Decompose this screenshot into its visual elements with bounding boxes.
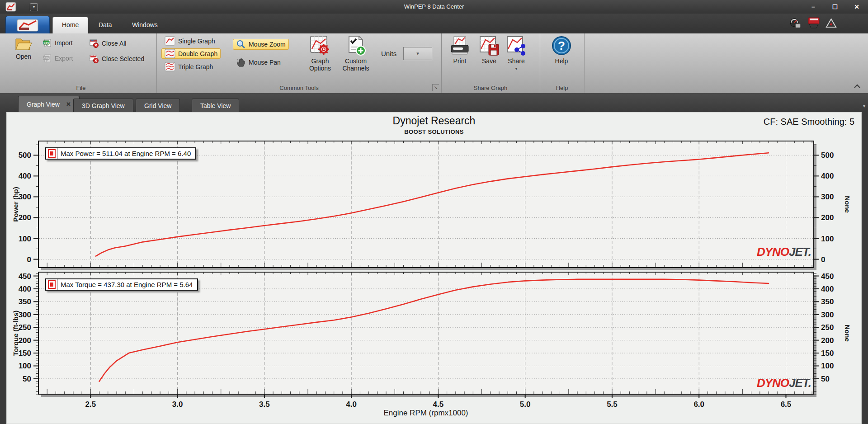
close-button[interactable]: ✕ <box>849 0 864 14</box>
power-chart-plot: 00100100200200300300400400500500 <box>19 141 834 270</box>
triangle-icon[interactable] <box>826 18 837 31</box>
mouse-zoom-button[interactable]: Mouse Zoom <box>233 39 289 50</box>
svg-text:?: ? <box>558 39 565 52</box>
torque-legend-text: Max Torque = 437.30 at Engine RPM = 5.64 <box>57 279 197 290</box>
svg-text:100: 100 <box>19 235 31 243</box>
svg-text:0: 0 <box>27 255 31 264</box>
tab-table-view[interactable]: Table View <box>192 99 239 112</box>
svg-text:100: 100 <box>821 362 834 370</box>
folder-open-icon <box>14 36 33 52</box>
graph-options-icon <box>310 35 330 56</box>
ribbon-tab-windows[interactable]: Windows <box>123 17 167 33</box>
units-dropdown[interactable]: ▾ <box>403 47 432 60</box>
collapse-ribbon-button[interactable] <box>853 83 862 90</box>
ribbon-group-help: ? Help Help <box>540 33 585 93</box>
print-button[interactable]: Print <box>447 35 473 65</box>
close-all-button[interactable]: Close All <box>86 38 129 49</box>
x-axis-title: Engine RPM (rpmx1000) <box>383 409 468 418</box>
tab-3d-graph-view[interactable]: 3D Graph View <box>73 99 133 112</box>
winpep-window: { "window": { "title": "WinPEP 8 Data Ce… <box>0 0 868 424</box>
help-button[interactable]: ? Help <box>548 35 575 65</box>
close-selected-button[interactable]: Close Selected <box>86 53 147 64</box>
custom-channels-button[interactable]: Custom Channels <box>339 35 373 72</box>
view-tab-bar: Graph View ✕ 3D Graph View Grid View Tab… <box>0 93 868 112</box>
double-graph-button[interactable]: Double Graph <box>161 48 221 59</box>
share-dropdown-arrow-icon[interactable]: ▾ <box>515 65 518 72</box>
double-graph-icon <box>165 49 175 58</box>
application-button[interactable] <box>5 16 50 34</box>
torque-right-axis-title: None <box>844 325 851 342</box>
tab-close-icon[interactable]: ✕ <box>66 101 71 108</box>
triple-graph-button[interactable]: Triple Graph <box>161 61 216 72</box>
ribbon-tab-data[interactable]: Data <box>90 17 121 33</box>
svg-text:3.0: 3.0 <box>172 400 183 409</box>
printer-icon <box>449 35 470 56</box>
tab-list-dropdown-icon[interactable]: ▾ <box>863 104 865 108</box>
titlebar: ▾ WinPEP 8 Data Center – ☐ ✕ <box>0 0 868 14</box>
power-y-axis-title: Power (hp) <box>12 187 19 222</box>
dropdown-arrow-icon: ▾ <box>416 51 419 57</box>
close-selected-icon <box>89 54 99 64</box>
group-label-common-tools: Common Tools <box>157 85 441 91</box>
open-button[interactable]: Open <box>9 36 38 60</box>
group-label-file: File <box>5 85 156 91</box>
svg-text:5.5: 5.5 <box>607 400 618 409</box>
svg-text:450: 450 <box>821 272 834 281</box>
share-button[interactable]: Share ▾ <box>504 35 529 72</box>
save-icon <box>479 35 500 56</box>
svg-text:300: 300 <box>19 311 31 319</box>
single-graph-button[interactable]: Single Graph <box>161 36 218 46</box>
torque-chart-plot: 5050100100150150200200250250300300350350… <box>19 272 834 409</box>
group-label-share-graph: Share Graph <box>441 85 540 91</box>
dynojet-logo-2: DYNOJET. <box>757 376 811 390</box>
svg-text:250: 250 <box>19 323 31 332</box>
tab-graph-view[interactable]: Graph View ✕ <box>18 96 80 112</box>
triple-graph-icon <box>165 62 175 71</box>
svg-text:200: 200 <box>19 213 31 222</box>
svg-text:150: 150 <box>821 349 834 358</box>
minimize-button[interactable]: – <box>806 0 821 14</box>
svg-text:350: 350 <box>821 297 834 306</box>
svg-text:500: 500 <box>821 151 834 160</box>
save-button[interactable]: Save <box>476 35 502 65</box>
ribbon-tab-home[interactable]: Home <box>52 17 88 34</box>
torque-legend[interactable]: Max Torque = 437.30 at Engine RPM = 5.64 <box>45 278 198 291</box>
svg-text:6.0: 6.0 <box>693 400 704 409</box>
maximize-button[interactable]: ☐ <box>827 0 843 14</box>
ribbon: Open CSV Import CSV Export Close All Clo… <box>0 33 868 94</box>
device-icon[interactable] <box>807 17 820 31</box>
power-legend-text: Max Power = 511.04 at Engine RPM = 6.40 <box>57 148 195 159</box>
svg-text:350: 350 <box>19 297 31 306</box>
graph-options-button[interactable]: Graph Options <box>305 35 335 72</box>
svg-text:400: 400 <box>19 285 31 293</box>
power-right-axis-title: None <box>844 196 851 213</box>
svg-text:200: 200 <box>821 336 834 345</box>
svg-text:CSV: CSV <box>43 57 49 60</box>
svg-text:2.5: 2.5 <box>85 400 96 409</box>
svg-text:4.5: 4.5 <box>433 400 444 409</box>
svg-text:5.0: 5.0 <box>520 400 531 409</box>
graph-view-panel: Dynojet Research BOOST SOLUTIONS CF: SAE… <box>6 112 862 424</box>
torque-series-swatch-icon <box>46 279 57 290</box>
power-legend[interactable]: Max Power = 511.04 at Engine RPM = 6.40 <box>45 147 196 160</box>
ribbon-group-file: Open CSV Import CSV Export Close All Clo… <box>5 33 157 93</box>
svg-text:300: 300 <box>821 193 834 201</box>
svg-text:4.0: 4.0 <box>346 400 357 409</box>
svg-text:200: 200 <box>19 336 31 345</box>
svg-text:450: 450 <box>19 272 31 281</box>
ribbon-group-common-tools: Single Graph Double Graph Triple Graph M… <box>157 33 442 93</box>
svg-text:250: 250 <box>821 323 834 332</box>
svg-text:500: 500 <box>19 151 31 160</box>
svg-text:150: 150 <box>19 349 31 358</box>
ribbon-tab-row: Home Data Windows <box>0 14 868 33</box>
export-button[interactable]: CSV Export <box>40 53 76 63</box>
units-label: Units <box>381 50 396 57</box>
torque-y-axis-title: Torque (ft-lbs) <box>12 311 19 356</box>
svg-text:50: 50 <box>23 375 31 383</box>
tab-grid-view[interactable]: Grid View <box>136 99 180 112</box>
import-button[interactable]: CSV Import <box>40 38 76 48</box>
svg-text:300: 300 <box>821 311 834 319</box>
gauge-icon[interactable] <box>789 18 801 31</box>
single-graph-icon <box>165 36 175 46</box>
mouse-pan-button[interactable]: Mouse Pan <box>233 57 284 68</box>
